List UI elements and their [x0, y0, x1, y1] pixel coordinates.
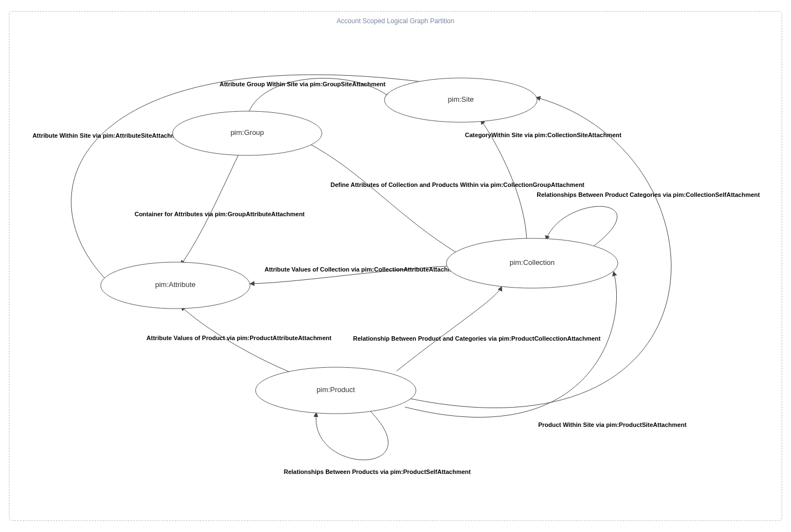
edge-attribute-site [71, 75, 435, 283]
edge-collection-group [305, 142, 460, 255]
edge-product-collection-outer [405, 272, 617, 417]
graph-partition: Account Scoped Logical Graph Partition A… [9, 11, 782, 521]
edge-label-collection-group: Define Attributes of Collection and Prod… [330, 181, 584, 188]
edge-label-product-attribute: Attribute Values of Product via pim:Prod… [147, 335, 332, 341]
edge-label-product-self: Relationships Between Products via pim:P… [284, 468, 471, 475]
edge-label-collection-attribute: Attribute Values of Collection via pim:C… [264, 266, 462, 273]
graph-svg: Attribute Group Within Site via pim:Grou… [9, 12, 783, 521]
edge-label-collection-self: Relationships Between Product Categories… [537, 191, 760, 198]
node-label-product: pim:Product [316, 385, 355, 394]
edge-label-product-collection: Relationship Between Product and Categor… [353, 335, 601, 342]
edge-group-attribute [181, 154, 239, 265]
edge-label-collection-site: CategoryWithin Site via pim:CollectionSi… [465, 132, 622, 138]
node-label-attribute: pim:Attribute [155, 280, 196, 289]
edge-label-group-attribute: Container for Attributes via pim:GroupAt… [134, 211, 305, 217]
edge-label-group-site: Attribute Group Within Site via pim:Grou… [220, 81, 386, 87]
edge-product-collection [397, 286, 502, 371]
node-label-group: pim:Group [231, 128, 264, 137]
edge-label-product-site: Product Within Site via pim:ProductSiteA… [538, 421, 687, 428]
edge-label-attribute-site: Attribute Within Site via pim:AttributeS… [33, 132, 186, 139]
node-label-collection: pim:Collection [509, 258, 555, 267]
node-label-site: pim:Site [448, 95, 474, 103]
edge-product-self [316, 410, 388, 460]
